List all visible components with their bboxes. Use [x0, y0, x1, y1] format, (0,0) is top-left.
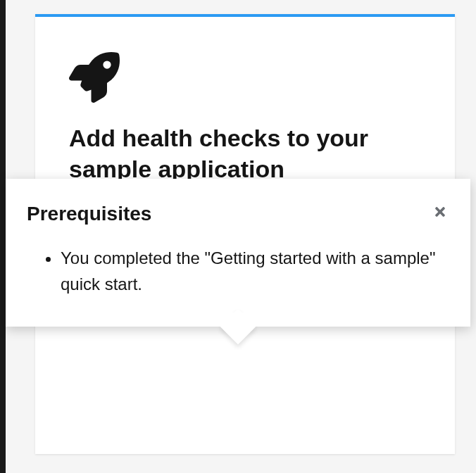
- popover-close-button[interactable]: [431, 203, 449, 221]
- prerequisites-popover: Prerequisites You completed the "Getting…: [6, 179, 470, 327]
- close-icon: [433, 205, 447, 219]
- prerequisites-list: You completed the "Getting started with …: [27, 245, 449, 297]
- card-title: Add health checks to your sample applica…: [69, 122, 421, 184]
- left-dark-bar: [0, 0, 6, 473]
- prerequisite-item: You completed the "Getting started with …: [61, 245, 449, 297]
- rocket-icon: [69, 52, 120, 103]
- popover-title: Prerequisites: [27, 203, 151, 225]
